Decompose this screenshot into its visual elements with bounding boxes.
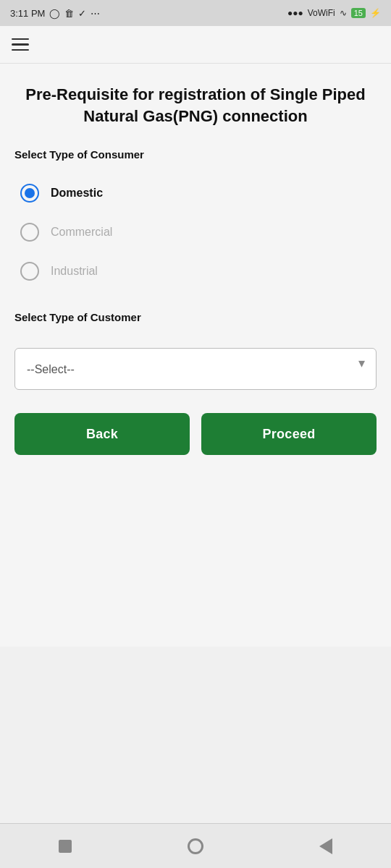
charging-icon: ⚡	[370, 8, 381, 18]
button-row: Back Proceed	[14, 413, 377, 455]
check-icon: ✓	[78, 8, 86, 19]
back-button[interactable]: Back	[14, 413, 190, 455]
hamburger-line-1	[12, 38, 29, 41]
empty-area	[0, 647, 391, 823]
consumer-type-radio-group: Domestic Commercial Industrial	[14, 174, 377, 291]
menu-button[interactable]	[12, 38, 29, 51]
nav-home-button[interactable]	[184, 835, 207, 858]
proceed-button[interactable]: Proceed	[201, 413, 377, 455]
signal-icon: ●●●	[287, 8, 303, 18]
back-arrow-icon	[319, 838, 332, 854]
radio-domestic-circle	[20, 184, 39, 203]
square-icon	[59, 840, 72, 853]
page-title: Pre-Requisite for registration of Single…	[14, 84, 377, 127]
notification-icon: ◯	[49, 8, 60, 19]
radio-industrial-label: Industrial	[51, 265, 98, 278]
status-right: ●●● VoWiFi ∿ 15 ⚡	[287, 8, 381, 18]
customer-select-wrapper: --Select--	[14, 336, 377, 390]
consumer-type-label: Select Type of Consumer	[14, 148, 377, 161]
top-bar	[0, 26, 391, 64]
status-time: 3:11 PM	[10, 8, 45, 19]
hamburger-line-2	[12, 43, 29, 46]
status-left: 3:11 PM ◯ 🗑 ✓ ⋯	[10, 8, 100, 19]
trash-icon: 🗑	[64, 8, 74, 19]
hamburger-line-3	[12, 49, 29, 51]
radio-option-industrial[interactable]: Industrial	[14, 252, 377, 291]
nav-back-button[interactable]	[314, 835, 337, 858]
customer-type-section: Select Type of Customer --Select--	[14, 311, 377, 390]
bottom-nav	[0, 823, 391, 868]
customer-type-select[interactable]: --Select--	[14, 348, 377, 390]
radio-domestic-label: Domestic	[51, 187, 103, 200]
nav-square-button[interactable]	[54, 835, 77, 858]
status-bar: 3:11 PM ◯ 🗑 ✓ ⋯ ●●● VoWiFi ∿ 15 ⚡	[0, 0, 391, 26]
radio-option-commercial[interactable]: Commercial	[14, 213, 377, 252]
main-content: Pre-Requisite for registration of Single…	[0, 64, 391, 647]
radio-industrial-circle	[20, 262, 39, 281]
radio-commercial-label: Commercial	[51, 226, 112, 239]
customer-type-label: Select Type of Customer	[14, 311, 377, 323]
home-icon	[188, 838, 203, 854]
wifi-signal-icon: ∿	[340, 8, 347, 18]
radio-commercial-circle	[20, 223, 39, 242]
more-icon: ⋯	[91, 8, 100, 19]
wifi-icon: VoWiFi	[308, 8, 335, 18]
radio-option-domestic[interactable]: Domestic	[14, 174, 377, 213]
battery-indicator: 15	[351, 8, 366, 18]
